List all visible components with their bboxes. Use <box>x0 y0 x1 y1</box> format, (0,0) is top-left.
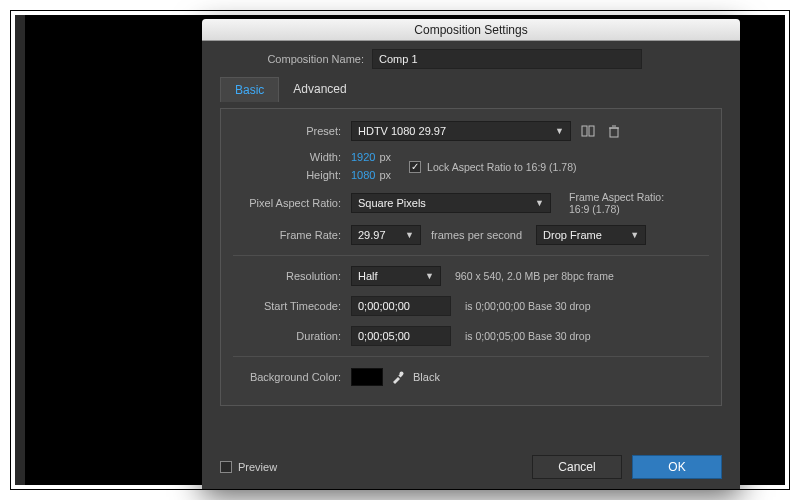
start-timecode-label: Start Timecode: <box>233 300 351 312</box>
chevron-down-icon: ▼ <box>405 226 414 244</box>
background-color-swatch[interactable] <box>351 368 383 386</box>
preview-checkbox[interactable] <box>220 461 232 473</box>
preset-value: HDTV 1080 29.97 <box>358 122 446 140</box>
svg-rect-0 <box>582 126 587 136</box>
frame-rate-label: Frame Rate: <box>233 229 351 241</box>
lock-aspect-checkbox[interactable] <box>409 161 421 173</box>
ok-button[interactable]: OK <box>632 455 722 479</box>
resolution-value: Half <box>358 267 378 285</box>
duration-input[interactable]: 0;00;05;00 <box>351 326 451 346</box>
start-timecode-info: is 0;00;00;00 Base 30 drop <box>465 300 591 312</box>
lock-aspect-label: Lock Aspect Ratio to 16:9 (1.78) <box>427 161 576 173</box>
composition-name-label: Composition Name: <box>220 53 372 65</box>
tab-basic[interactable]: Basic <box>220 77 279 102</box>
height-input[interactable]: 1080 <box>351 169 375 181</box>
duration-info: is 0;00;05;00 Base 30 drop <box>465 330 591 342</box>
eyedropper-icon[interactable] <box>391 370 405 384</box>
height-unit: px <box>379 169 391 181</box>
background-color-name: Black <box>413 371 440 383</box>
drop-frame-value: Drop Frame <box>543 226 602 244</box>
dialog-title: Composition Settings <box>202 19 740 41</box>
start-timecode-input[interactable]: 0;00;00;00 <box>351 296 451 316</box>
chevron-down-icon: ▼ <box>555 122 564 140</box>
pixel-aspect-ratio-select[interactable]: Square Pixels ▼ <box>351 193 551 213</box>
height-label: Height: <box>233 169 351 181</box>
width-label: Width: <box>233 151 351 163</box>
duration-label: Duration: <box>233 330 351 342</box>
frame-aspect-ratio-value: 16:9 (1.78) <box>569 203 664 215</box>
svg-rect-1 <box>589 126 594 136</box>
chevron-down-icon: ▼ <box>425 267 434 285</box>
resolution-select[interactable]: Half ▼ <box>351 266 441 286</box>
drop-frame-select[interactable]: Drop Frame ▼ <box>536 225 646 245</box>
basic-panel: Preset: HDTV 1080 29.97 ▼ <box>220 108 722 406</box>
trash-icon[interactable] <box>605 122 623 140</box>
width-input[interactable]: 1920 <box>351 151 375 163</box>
frame-aspect-ratio-label: Frame Aspect Ratio: <box>569 191 664 203</box>
divider <box>233 255 709 256</box>
frame-rate-select[interactable]: 29.97 ▼ <box>351 225 421 245</box>
frame-rate-unit: frames per second <box>431 229 522 241</box>
pixel-aspect-ratio-value: Square Pixels <box>358 194 426 212</box>
left-panel-gutter <box>15 15 25 485</box>
composition-name-input[interactable]: Comp 1 <box>372 49 642 69</box>
svg-rect-2 <box>610 128 618 137</box>
tab-advanced[interactable]: Advanced <box>279 77 360 102</box>
chevron-down-icon: ▼ <box>535 194 544 212</box>
preset-select[interactable]: HDTV 1080 29.97 ▼ <box>351 121 571 141</box>
divider <box>233 356 709 357</box>
resolution-label: Resolution: <box>233 270 351 282</box>
preset-label: Preset: <box>233 125 351 137</box>
chevron-down-icon: ▼ <box>630 226 639 244</box>
composition-settings-dialog: Composition Settings Composition Name: C… <box>202 19 740 489</box>
background-color-label: Background Color: <box>233 371 351 383</box>
pixel-aspect-ratio-label: Pixel Aspect Ratio: <box>233 197 351 209</box>
resolution-info: 960 x 540, 2.0 MB per 8bpc frame <box>455 270 614 282</box>
cancel-button[interactable]: Cancel <box>532 455 622 479</box>
save-preset-icon[interactable] <box>579 122 597 140</box>
tabs: Basic Advanced <box>220 77 722 102</box>
frame-rate-value: 29.97 <box>358 226 386 244</box>
preview-label: Preview <box>238 461 277 473</box>
width-unit: px <box>379 151 391 163</box>
